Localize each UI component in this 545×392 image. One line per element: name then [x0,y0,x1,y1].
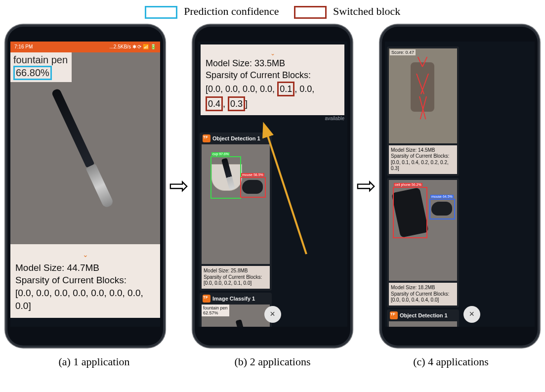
sparsity-label: Sparsity of Current Blocks: [15,274,155,287]
pose-score: Score: 0.47 [390,49,416,55]
pose-preview: Score: 0.47 [389,48,457,143]
card-sparsity: [0.0, 0.1, 0.4, 0.2, 0.2, 0.2, 0.3] [391,160,455,172]
phone-b-screen: ⌄ Model Size: 33.5MB Sparsity of Current… [198,42,347,327]
bbox-phone: cell phone 56.2% [393,187,427,238]
legend: Prediction confidence Switched block [5,5,540,19]
bbox-cup: cup 97.6% [210,156,241,199]
switched-block-0.4: 0.4 [206,96,223,111]
bbox-mouse: mouse 64.5% [429,199,455,219]
camera-preview: fountain pen 66.80% [10,52,160,244]
callout-model-label: Model Size: [206,58,252,68]
drag-handle-icon: ⌄ [15,250,155,260]
legend-switched: Switched block [294,5,401,19]
card-info: Model Size: 14.5MB Sparsity of Current B… [389,145,457,174]
phone-c-screen: Score: 0.47 Model Size: 14.5MB Sparsi [385,42,535,327]
bbox-mouse: mouse 58.5% [240,177,266,198]
detection-preview: cup 91.2% mouse 64.5% [389,321,457,327]
card-title-text: Object Detection 1 [400,312,448,318]
app-card-image-classify[interactable]: Image Classify 1 fountain pen 62.57% Mod… [200,293,272,327]
phone-a-screen: 7:16 PM ...2.5KB/s ✱ ⟳ 📶 🔋 fountain pen … [10,42,160,327]
prediction-confidence: 66.80% [13,66,52,80]
switched-block-0.3: 0.3 [228,96,245,111]
arrow-right-icon: ⇨ [169,174,189,198]
card-sparsity-label: Sparsity of Current Blocks: [204,274,268,281]
legend-confidence: Prediction confidence [145,5,279,19]
app-card-pose[interactable]: Score: 0.47 Model Size: 14.5MB Sparsi [387,46,459,176]
drag-handle-icon: ⌄ [206,49,339,57]
mini-prediction-overlay: fountain pen 62.57% [202,305,229,316]
close-button[interactable]: × [264,306,281,323]
legend-confidence-label: Prediction confidence [184,5,279,17]
card-model-size: Model Size: 14.5MB [391,147,455,154]
model-size-label: Model Size: [15,262,64,273]
card-title: Object Detection 1 [200,132,272,144]
card-sparsity-label: Sparsity of Current Blocks: [391,291,455,298]
legend-swatch-confidence [145,6,177,19]
card-title: Object Detection 1 [387,309,459,321]
caption-b: (b) 2 applications [189,355,357,368]
status-time: 7:16 PM [14,44,33,49]
card-sparsity-label: Sparsity of Current Blocks: [391,153,455,160]
card-title: Image Classify 1 [200,293,272,305]
tensorflow-icon [203,295,210,303]
caption-a: (a) 1 application [10,355,178,368]
callout-sparsity-label: Sparsity of Current Blocks: [206,69,339,81]
card-model-size: Model Size: 18.2MB [391,285,455,291]
card-title-text: Image Classify 1 [212,296,255,302]
model-size-value: 44.7MB [67,262,99,273]
pen-illustration [20,71,154,232]
card-info: Model Size: 25.8MB Sparsity of Current B… [202,266,270,289]
tensorflow-icon [203,134,210,142]
detection-preview: cup 97.6% mouse 58.5% [202,144,270,264]
legend-swatch-switched [294,6,327,19]
app-card-object-detection[interactable]: Object Detection 1 cup 97.6% mouse 58.5%… [200,132,272,291]
callout-model-value: 33.5MB [254,58,285,68]
phone-c: Score: 0.47 Model Size: 14.5MB Sparsi [380,25,540,348]
tensorflow-icon [390,311,398,319]
status-right: ...2.5KB/s ✱ ⟳ 📶 🔋 [110,44,156,49]
app-card-detection-top[interactable]: cell phone 56.2% mouse 64.5% Model Size:… [387,178,459,307]
card-info: Model Size: 18.2MB Sparsity of Current B… [389,283,457,305]
switched-block-0.1: 0.1 [277,82,294,96]
model-size-row: Model Size: 44.7MB [15,261,155,274]
phone-b: ⌄ Model Size: 33.5MB Sparsity of Current… [193,25,352,348]
detection-preview: cell phone 56.2% mouse 64.5% [389,180,457,281]
sparsity-callout: ⌄ Model Size: 33.5MB Sparsity of Current… [201,44,344,115]
card-sparsity: [0.0, 0.0, 0.2, 0.1, 0.0] [204,280,268,287]
subfigure-captions: (a) 1 application (b) 2 applications (c)… [5,355,540,368]
card-model-size: Model Size: 25.8MB [204,268,268,274]
card-title-text: Object Detection 1 [212,135,260,141]
legend-switched-label: Switched block [333,5,400,17]
app-card-detection-bottom[interactable]: Object Detection 1 cup 91.2% mouse 64.5%… [387,309,459,327]
prediction-class: fountain pen [13,54,68,65]
classify-preview: fountain pen 62.57% [202,305,270,327]
phone-a: 7:16 PM ...2.5KB/s ✱ ⟳ 📶 🔋 fountain pen … [5,25,165,348]
caption-c: (c) 4 applications [367,355,535,368]
info-panel: ⌄ Model Size: 44.7MB Sparsity of Current… [10,244,160,318]
phone-row: 7:16 PM ...2.5KB/s ✱ ⟳ 📶 🔋 fountain pen … [5,25,540,348]
arrow-right-icon: ⇨ [356,174,376,198]
prediction-overlay: fountain pen 66.80% [10,52,72,82]
status-note: available [325,116,344,121]
sparsity-values: [0.0, 0.0, 0.0, 0.0, 0.0, 0.0, 0.0, 0.0] [15,287,155,312]
callout-sparsity-values: [0.0, 0.0, 0.0, 0.0, 0.1, 0.0, 0.4, 0.3] [206,82,339,112]
close-button[interactable]: × [463,306,480,323]
card-sparsity: [0.0, 0.0, 0.4, 0.4, 0.0] [391,297,455,304]
statusbar: 7:16 PM ...2.5KB/s ✱ ⟳ 📶 🔋 [10,42,160,52]
